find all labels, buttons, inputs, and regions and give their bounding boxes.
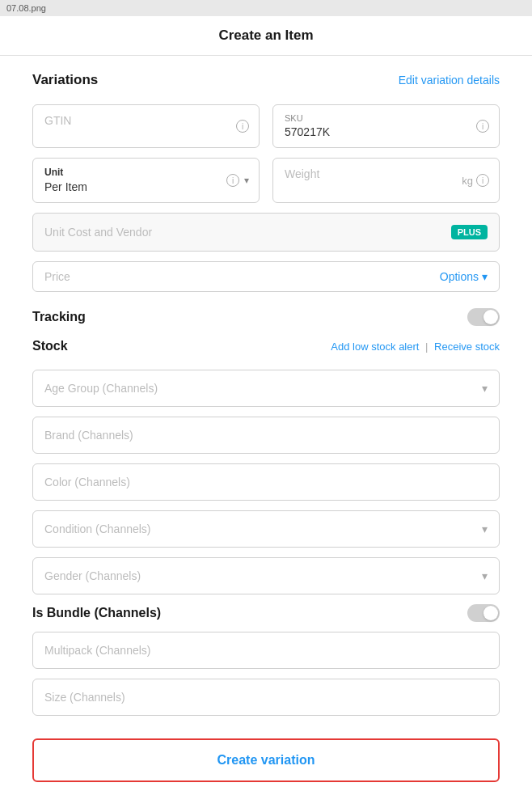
receive-stock-link[interactable]: Receive stock: [434, 341, 500, 353]
stock-label: Stock: [32, 339, 68, 353]
gtin-placeholder: GTIN: [44, 114, 71, 127]
condition-label: Condition (Channels): [44, 522, 151, 535]
age-group-channels-field[interactable]: Age Group (Channels) ▾: [32, 370, 500, 407]
weight-unit-label: kg: [462, 175, 473, 187]
file-name: 07.08.png: [6, 3, 46, 13]
age-group-chevron-icon: ▾: [482, 382, 488, 395]
unit-label: Unit: [44, 167, 247, 178]
price-placeholder: Price: [44, 270, 440, 283]
stock-actions: Add low stock alert | Receive stock: [331, 341, 500, 353]
unit-cost-placeholder: Unit Cost and Vendor: [44, 226, 152, 239]
unit-controls: i ▾: [226, 174, 249, 187]
tracking-label: Tracking: [32, 310, 86, 324]
unit-cost-vendor-field[interactable]: Unit Cost and Vendor PLUS: [32, 213, 500, 252]
condition-chevron-icon: ▾: [482, 522, 488, 535]
stock-row: Stock Add low stock alert | Receive stoc…: [32, 339, 500, 353]
sku-value: 570217K: [285, 125, 330, 138]
sku-label: SKU: [285, 113, 488, 123]
gtin-field[interactable]: GTIN i: [32, 104, 260, 148]
is-bundle-label: Is Bundle (Channels): [32, 606, 161, 620]
variations-section-header: Variations Edit variation details: [32, 72, 500, 88]
weight-field[interactable]: Weight kg i: [272, 158, 500, 203]
page-title: Create an Item: [218, 27, 313, 43]
sku-info-icon[interactable]: i: [476, 120, 489, 133]
unit-chevron-icon: ▾: [244, 175, 249, 186]
stock-separator: |: [425, 341, 428, 353]
is-bundle-toggle[interactable]: [467, 604, 500, 622]
content-area: Variations Edit variation details GTIN i…: [0, 56, 532, 808]
gender-chevron-icon: ▾: [482, 569, 488, 582]
weight-info-icon[interactable]: i: [476, 174, 489, 187]
add-low-stock-alert-link[interactable]: Add low stock alert: [331, 341, 419, 353]
price-options-button[interactable]: Options ▾: [440, 270, 488, 283]
gtin-info-icon[interactable]: i: [236, 120, 249, 133]
unit-info-icon[interactable]: i: [226, 174, 239, 187]
multipack-channels-field[interactable]: Multipack (Channels): [32, 632, 500, 669]
options-chevron-icon: ▾: [482, 270, 488, 283]
page-header: Create an Item: [0, 16, 532, 56]
is-bundle-row: Is Bundle (Channels): [32, 604, 500, 622]
unit-value: Per Item: [44, 180, 87, 193]
tracking-row: Tracking: [32, 308, 500, 326]
edit-variation-details-link[interactable]: Edit variation details: [399, 74, 500, 87]
age-group-label: Age Group (Channels): [44, 382, 158, 395]
gender-channels-field[interactable]: Gender (Channels) ▾: [32, 557, 500, 594]
size-channels-field[interactable]: Size (Channels): [32, 679, 500, 716]
color-channels-field[interactable]: Color (Channels): [32, 463, 500, 501]
top-bar: 07.08.png: [0, 0, 532, 16]
variations-section-title: Variations: [32, 72, 98, 88]
gtin-sku-row: GTIN i SKU 570217K i: [32, 104, 500, 148]
price-row: Price Options ▾: [32, 261, 500, 292]
page-container: Create an Item Variations Edit variation…: [0, 16, 532, 808]
unit-field[interactable]: Unit Per Item i ▾: [32, 158, 260, 203]
condition-channels-field[interactable]: Condition (Channels) ▾: [32, 510, 500, 548]
plus-badge: PLUS: [451, 225, 488, 239]
sku-field[interactable]: SKU 570217K i: [272, 104, 500, 148]
weight-placeholder: Weight: [285, 167, 319, 180]
create-variation-button[interactable]: Create variation: [32, 738, 500, 782]
brand-channels-field[interactable]: Brand (Channels): [32, 417, 500, 454]
unit-weight-row: Unit Per Item i ▾ Weight kg i: [32, 158, 500, 203]
tracking-toggle[interactable]: [467, 308, 500, 326]
gender-label: Gender (Channels): [44, 569, 141, 582]
